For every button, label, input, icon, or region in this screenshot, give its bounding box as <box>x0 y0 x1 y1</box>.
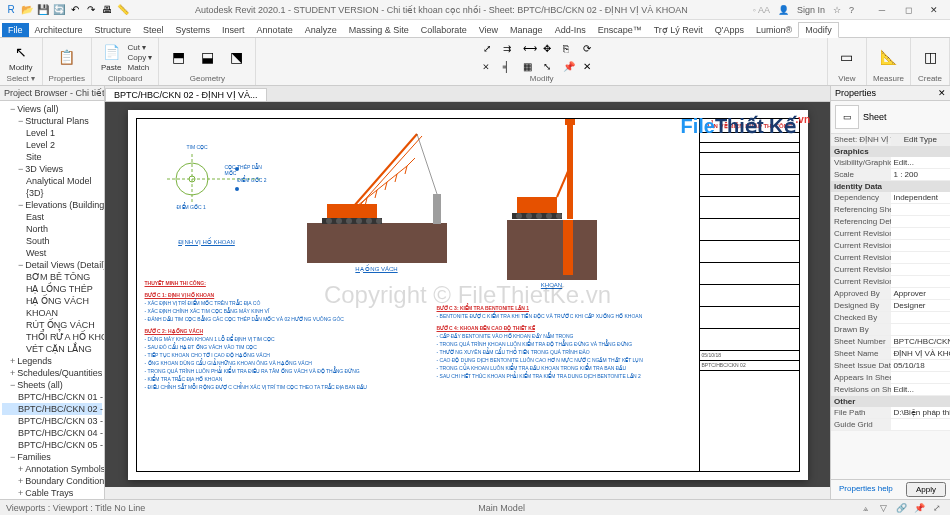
tree-item[interactable]: BPTC/HBC/CKN 04 - VỆ SIN <box>2 427 102 439</box>
print-icon[interactable]: 🖶 <box>100 3 114 17</box>
tree-item[interactable]: BPTC/HBC/CKN 05 - BƠM I <box>2 439 102 451</box>
tree-item[interactable]: South <box>2 235 102 247</box>
props-row[interactable]: Revisions on SheetEdit... <box>831 384 950 396</box>
tree-item[interactable]: Level 2 <box>2 139 102 151</box>
sync-icon[interactable]: 🔄 <box>52 3 66 17</box>
props-row[interactable]: Sheet NumberBPTC/HBC/CKN 02 <box>831 336 950 348</box>
tree-item[interactable]: East <box>2 211 102 223</box>
tree-item[interactable]: HẠ ỐNG VÁCH <box>2 295 102 307</box>
tab-view[interactable]: View <box>473 23 504 37</box>
offset-icon[interactable]: ⇉ <box>503 43 521 54</box>
cope-button[interactable]: ⬒ <box>165 46 191 68</box>
tree-item[interactable]: BPTC/HBC/CKN 01 - QUY T <box>2 391 102 403</box>
tree-item[interactable]: +Legends <box>2 355 102 367</box>
open-icon[interactable]: 📂 <box>20 3 34 17</box>
tree-item[interactable]: HẠ LỒNG THÉP <box>2 283 102 295</box>
props-row[interactable]: Referencing Sheet <box>831 204 950 216</box>
tab-manage[interactable]: Manage <box>504 23 549 37</box>
tab-structure[interactable]: Structure <box>89 23 138 37</box>
tab-modify[interactable]: Modify <box>798 22 839 38</box>
cutgeom-button[interactable]: ⬓ <box>194 46 220 68</box>
props-row[interactable]: Drawn By <box>831 324 950 336</box>
sheet[interactable]: Copyright © FileThietKe.vn <box>128 110 808 480</box>
edit-type-button[interactable]: Edit Type <box>891 134 951 145</box>
mirror-icon[interactable]: ⟷ <box>523 43 541 54</box>
props-category[interactable]: Identity Data <box>831 181 950 192</box>
tree-item[interactable]: BPTC/HBC/CKN 02 - ĐỊN <box>2 403 102 415</box>
revit-icon[interactable]: R <box>4 3 18 17</box>
signin-icon[interactable]: 👤 <box>778 5 789 15</box>
props-row[interactable]: Visibility/Graphic...Edit... <box>831 157 950 169</box>
help-icon[interactable]: ? <box>849 5 854 15</box>
props-row[interactable]: Guide Grid <box>831 419 950 431</box>
tab-massing[interactable]: Massing & Site <box>343 23 415 37</box>
measure-button[interactable]: 📐 <box>875 46 901 68</box>
properties-help-link[interactable]: Properties help <box>835 482 897 497</box>
tree-item[interactable]: {3D} <box>2 187 102 199</box>
tree-item[interactable]: +Annotation Symbols <box>2 463 102 475</box>
tree-item[interactable]: THỔI RỬA HỐ KHOAN <box>2 331 102 343</box>
tab-systems[interactable]: Systems <box>170 23 217 37</box>
tab-architecture[interactable]: Architecture <box>29 23 89 37</box>
props-row[interactable]: Scale1 : 200 <box>831 169 950 181</box>
tab-annotate[interactable]: Annotate <box>251 23 299 37</box>
tree-item[interactable]: −Structural Plans <box>2 115 102 127</box>
tab-collaborate[interactable]: Collaborate <box>415 23 473 37</box>
props-row[interactable]: Current Revision ... <box>831 228 950 240</box>
split-icon[interactable]: ╡ <box>503 61 521 72</box>
props-row[interactable]: Current Revision ... <box>831 240 950 252</box>
modify-button[interactable]: ↖Modify <box>6 41 36 73</box>
tree-item[interactable]: Site <box>2 151 102 163</box>
props-category[interactable]: Other <box>831 396 950 407</box>
horizontal-scrollbar[interactable] <box>105 487 830 499</box>
tree-item[interactable]: −Families <box>2 451 102 463</box>
tab-lumion[interactable]: Lumion® <box>750 23 798 37</box>
props-row[interactable]: Designed ByDesigner <box>831 300 950 312</box>
tree-item[interactable]: −Views (all) <box>2 103 102 115</box>
measure-icon[interactable]: 📏 <box>116 3 130 17</box>
tree-item[interactable]: VÉT CẶN LẮNG <box>2 343 102 355</box>
tab-file[interactable]: File <box>2 23 29 37</box>
props-row[interactable]: Appears In Sheet... <box>831 372 950 384</box>
type-selector[interactable]: Sheet: ĐỊNH VỊ VÀ KHO <box>831 134 891 145</box>
favorite-icon[interactable]: ☆ <box>833 5 841 15</box>
tree-item[interactable]: BƠM BÊ TÔNG <box>2 271 102 283</box>
props-category[interactable]: Graphics <box>831 146 950 157</box>
props-row[interactable]: DependencyIndependent <box>831 192 950 204</box>
tree-item[interactable]: KHOAN <box>2 307 102 319</box>
props-row[interactable]: Current Revision ... <box>831 252 950 264</box>
copy-icon[interactable]: ⎘ <box>563 43 581 54</box>
props-row[interactable]: Referencing Detail <box>831 216 950 228</box>
tab-qapps[interactable]: Q'Apps <box>709 23 750 37</box>
align-icon[interactable]: ⤢ <box>483 43 501 54</box>
props-row[interactable]: Sheet Issue Date05/10/18 <box>831 360 950 372</box>
tree-item[interactable]: +Cable Trays <box>2 487 102 499</box>
props-row[interactable]: Checked By <box>831 312 950 324</box>
tab-insert[interactable]: Insert <box>216 23 251 37</box>
drawing-canvas[interactable]: FileThiết Kế.vn Copyright © FileThietKe.… <box>105 102 830 487</box>
tab-trolyrevit[interactable]: Trợ Lý Revit <box>648 23 709 37</box>
tree-item[interactable]: Analytical Model <box>2 175 102 187</box>
sb-link-icon[interactable]: 🔗 <box>894 501 908 515</box>
tree-item[interactable]: +Boundary Conditions <box>2 475 102 487</box>
tree-item[interactable]: −Detail Views (Detail) <box>2 259 102 271</box>
tab-enscape[interactable]: Enscape™ <box>592 23 648 37</box>
array-icon[interactable]: ▦ <box>523 61 541 72</box>
document-tab[interactable]: BPTC/HBC/CKN 02 - ĐỊNH VỊ VÀ... <box>105 88 267 101</box>
props-close-icon[interactable]: ✕ <box>938 88 946 98</box>
cut-button[interactable]: Cut ▾ <box>128 43 153 52</box>
copy-button[interactable]: Copy ▾ <box>128 53 153 62</box>
sb-pin-icon[interactable]: 📌 <box>912 501 926 515</box>
browser-tree[interactable]: −Views (all)−Structural PlansLevel 1Leve… <box>0 101 104 499</box>
sb-drag-icon[interactable]: ⤢ <box>930 501 944 515</box>
tab-analyze[interactable]: Analyze <box>299 23 343 37</box>
close-button[interactable]: ✕ <box>922 2 946 18</box>
tree-item[interactable]: −3D Views <box>2 163 102 175</box>
tree-item[interactable]: BPTC/HBC/CKN 03 - HẠ LC <box>2 415 102 427</box>
status-center[interactable]: Main Model <box>145 503 858 513</box>
props-row[interactable]: Approved ByApprover <box>831 288 950 300</box>
redo-icon[interactable]: ↷ <box>84 3 98 17</box>
paste-button[interactable]: 📄Paste <box>98 41 124 73</box>
tab-steel[interactable]: Steel <box>137 23 170 37</box>
view-button[interactable]: ▭ <box>834 46 860 68</box>
